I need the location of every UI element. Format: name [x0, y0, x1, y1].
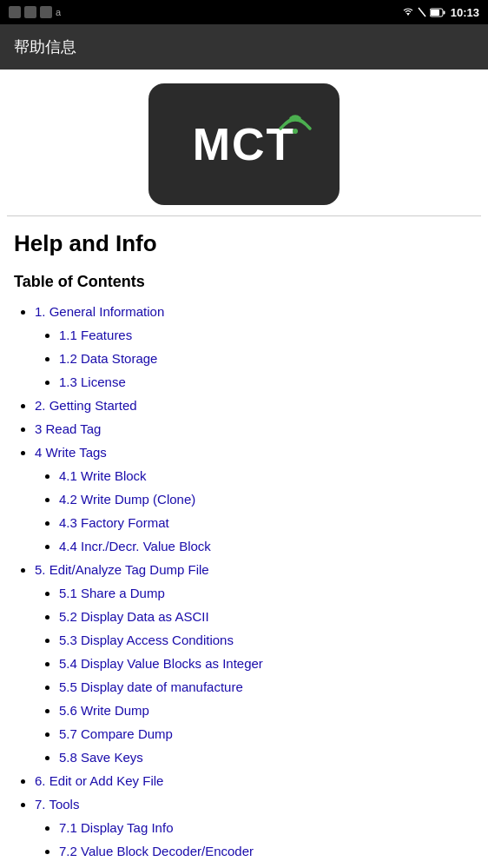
svg-rect-3 [443, 10, 445, 14]
battery-icon [430, 8, 445, 17]
list-item: 5.6 Write Dump [59, 699, 474, 722]
toc-link-1-2[interactable]: 1.2 Data Storage [59, 351, 157, 366]
status-icon-4: a [56, 7, 61, 17]
page-title: Help and Info [14, 230, 474, 257]
list-item: 5.8 Save Keys [59, 745, 474, 769]
toc-link-5-8[interactable]: 5.8 Save Keys [59, 750, 143, 765]
list-item: 5.7 Compare Dump [59, 722, 474, 745]
svg-marker-0 [406, 13, 410, 16]
toc-link-7-2[interactable]: 7.2 Value Block Decoder/Encoder [59, 844, 254, 858]
logo-container: MCT [0, 70, 488, 215]
list-item: 4.4 Incr./Decr. Value Block [59, 534, 474, 558]
status-icon-3 [40, 6, 52, 18]
list-item: 2. Getting Started [35, 394, 474, 417]
toc-link-7-1[interactable]: 7.1 Display Tag Info [59, 820, 173, 835]
list-item: 4 Write Tags 4.1 Write Block 4.2 Write D… [35, 441, 474, 558]
app-bar-title: 帮助信息 [14, 38, 76, 56]
list-item: 4.3 Factory Format [59, 511, 474, 534]
list-item: 7.1 Display Tag Info [59, 816, 474, 839]
toc-link-1[interactable]: 1. General Information [35, 304, 164, 319]
toc-link-5[interactable]: 5. Edit/Analyze Tag Dump File [35, 562, 209, 577]
list-item: 5.3 Display Access Conditions [59, 628, 474, 652]
list-item: 4.2 Write Dump (Clone) [59, 487, 474, 511]
list-item: 3 Read Tag [35, 417, 474, 441]
signal-icon [418, 7, 426, 17]
status-time: 10:13 [451, 6, 479, 19]
list-item: 5.1 Share a Dump [59, 581, 474, 605]
status-icon-1 [9, 6, 21, 18]
toc-link-3[interactable]: 3 Read Tag [35, 421, 101, 436]
list-item: 7.3 Access Condition Decoder/Encoder [59, 863, 474, 868]
svg-line-1 [419, 8, 425, 17]
app-bar: 帮助信息 [0, 24, 488, 70]
logo-wifi-icon [275, 103, 315, 138]
toc-link-6[interactable]: 6. Edit or Add Key File [35, 773, 163, 788]
list-item: 6. Edit or Add Key File [35, 769, 474, 792]
wifi-icon [402, 7, 414, 17]
svg-rect-4 [431, 10, 439, 16]
toc-link-4-2[interactable]: 4.2 Write Dump (Clone) [59, 492, 195, 507]
toc-link-7[interactable]: 7. Tools [35, 797, 79, 812]
toc-link-5-3[interactable]: 5.3 Display Access Conditions [59, 633, 234, 647]
toc-link-5-4[interactable]: 5.4 Display Value Blocks as Integer [59, 656, 263, 671]
list-item: 5.2 Display Data as ASCII [59, 605, 474, 628]
toc-link-5-7[interactable]: 5.7 Compare Dump [59, 726, 173, 741]
list-item: 7. Tools 7.1 Display Tag Info 7.2 Value … [35, 792, 474, 868]
toc-link-1-1[interactable]: 1.1 Features [59, 328, 132, 342]
toc-link-4-4[interactable]: 4.4 Incr./Decr. Value Block [59, 539, 211, 553]
list-item: 5.4 Display Value Blocks as Integer [59, 652, 474, 675]
toc-title: Table of Contents [14, 273, 474, 291]
list-item: 5. Edit/Analyze Tag Dump File 5.1 Share … [35, 558, 474, 769]
list-item: 1.1 Features [59, 323, 474, 347]
toc-link-2[interactable]: 2. Getting Started [35, 398, 137, 413]
toc-link-4-3[interactable]: 4.3 Factory Format [59, 515, 169, 530]
logo-box: MCT [148, 83, 340, 205]
toc-link-4[interactable]: 4 Write Tags [35, 445, 107, 460]
main-content: Help and Info Table of Contents 1. Gener… [0, 216, 488, 868]
list-item: 1. General Information 1.1 Features 1.2 … [35, 300, 474, 394]
status-icon-2 [24, 6, 36, 18]
list-item: 1.2 Data Storage [59, 347, 474, 370]
toc-link-5-2[interactable]: 5.2 Display Data as ASCII [59, 609, 209, 624]
svg-point-5 [293, 129, 298, 134]
list-item: 5.5 Display date of manufacture [59, 675, 474, 699]
toc-link-1-3[interactable]: 1.3 License [59, 374, 126, 389]
toc-link-4-1[interactable]: 4.1 Write Block [59, 468, 147, 483]
list-item: 1.3 License [59, 370, 474, 394]
list-item: 4.1 Write Block [59, 464, 474, 487]
toc-link-5-6[interactable]: 5.6 Write Dump [59, 703, 149, 718]
status-bar-left: a [9, 6, 61, 18]
status-bar-right: 10:13 [402, 6, 479, 19]
toc-list: 1. General Information 1.1 Features 1.2 … [14, 300, 474, 868]
toc-link-5-5[interactable]: 5.5 Display date of manufacture [59, 679, 243, 694]
status-bar: a 10:13 [0, 0, 488, 24]
list-item: 7.2 Value Block Decoder/Encoder [59, 839, 474, 863]
toc-link-5-1[interactable]: 5.1 Share a Dump [59, 586, 165, 600]
